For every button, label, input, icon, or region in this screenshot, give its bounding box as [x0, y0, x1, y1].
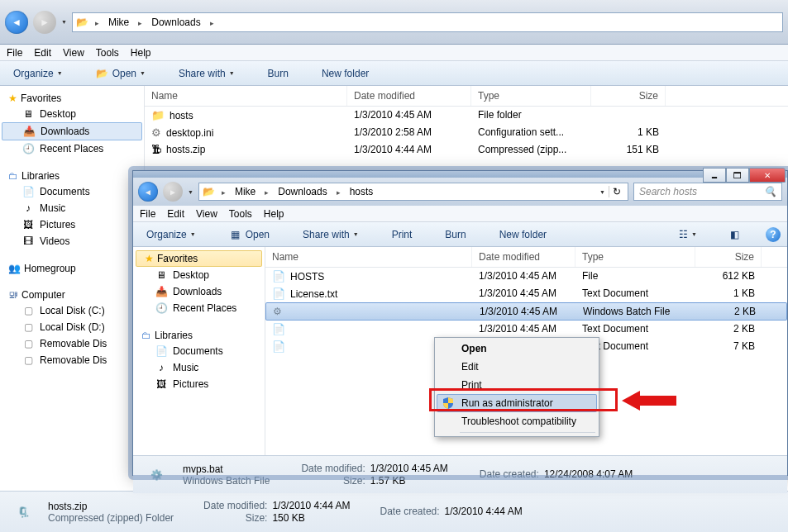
ctx-print[interactable]: Print [437, 376, 597, 394]
menu-help[interactable]: Help [131, 47, 151, 59]
col-type[interactable]: Type [575, 247, 695, 267]
nav-downloads[interactable]: 📥Downloads [2, 122, 142, 140]
nav-disk-d[interactable]: Local Disk (D:) [0, 319, 144, 335]
nav-computer[interactable]: 🖳Computer [0, 287, 144, 302]
share-with-button[interactable]: Share with ▼ [296, 226, 365, 244]
help-icon[interactable]: ? [766, 227, 781, 242]
nav-downloads[interactable]: 📥Downloads [133, 283, 265, 300]
nav-libraries[interactable]: 🗀Libraries [0, 169, 144, 183]
col-name[interactable]: Name [265, 247, 472, 267]
file-row[interactable]: desktop.ini1/3/2010 2:58 AMConfiguration… [145, 124, 788, 141]
print-button[interactable]: Print [385, 226, 419, 244]
file-date: 1/3/2010 4:45 AM [347, 107, 471, 124]
nav-removable-1[interactable]: Removable Dis [0, 335, 144, 352]
nav-forward-button[interactable]: ► [33, 11, 56, 34]
column-headers[interactable]: Name Date modified Type Size [145, 86, 788, 107]
nav-removable-2[interactable]: Removable Dis [0, 352, 144, 368]
ctx-run-as-administrator[interactable]: Run as administrator [437, 394, 597, 412]
menu-file[interactable]: File [7, 47, 22, 59]
nav-recent-places[interactable]: 🕘Recent Places [133, 300, 265, 316]
file-type-icon [272, 340, 285, 353]
nav-documents[interactable]: 📄Documents [0, 183, 144, 200]
share-with-button[interactable]: Share with ▼ [172, 64, 241, 83]
menu-tools[interactable]: Tools [229, 208, 252, 220]
file-row[interactable]: 1/3/2010 4:45 AMText Document2 KB [265, 321, 787, 338]
menu-help[interactable]: Help [264, 208, 284, 220]
burn-button[interactable]: Burn [261, 64, 295, 83]
col-date[interactable]: Date modified [472, 247, 575, 267]
file-row[interactable]: 1/3/2010 4:45 AMWindows Batch File2 KB [265, 302, 787, 321]
refresh-button[interactable]: ↻ [609, 186, 624, 197]
nav-music[interactable]: ♪Music [133, 359, 265, 376]
ctx-troubleshoot-compatibility[interactable]: Troubleshoot compatibility [437, 412, 597, 430]
nav-favorites[interactable]: ★Favorites [0, 91, 144, 106]
file-row[interactable]: License.txt1/3/2010 4:45 AMText Document… [265, 285, 787, 302]
nav-history-dropdown[interactable]: ▼ [188, 189, 193, 195]
maximize-button[interactable]: 🗖 [726, 168, 749, 183]
col-date[interactable]: Date modified [347, 86, 471, 106]
menu-tools[interactable]: Tools [96, 47, 119, 59]
col-name[interactable]: Name [145, 86, 347, 106]
ctx-edit[interactable]: Edit [437, 358, 597, 376]
nav-history-dropdown[interactable]: ▼ [61, 19, 67, 25]
nav-back-button[interactable]: ◄ [138, 182, 158, 202]
organize-button[interactable]: Organize ▼ [7, 64, 69, 83]
address-bar[interactable]: 📂 Mike Downloads hosts ▼ ↻ [198, 183, 628, 201]
menu-edit[interactable]: Edit [167, 208, 184, 220]
file-type-icon [151, 144, 161, 155]
breadcrumb[interactable]: Downloads [148, 17, 203, 28]
open-button[interactable]: 📂Open ▼ [89, 64, 152, 83]
new-folder-button[interactable]: New folder [493, 226, 553, 244]
music-icon: ♪ [21, 202, 35, 215]
nav-desktop[interactable]: 🖥Desktop [133, 267, 265, 283]
search-box[interactable]: Search hosts 🔍 [633, 183, 782, 201]
file-row[interactable]: hosts.zip1/3/2010 4:44 AMCompressed (zip… [145, 141, 788, 158]
documents-icon: 📄 [155, 344, 168, 358]
open-button[interactable]: ▦Open [222, 226, 276, 244]
disk-icon [21, 354, 35, 367]
address-dropdown[interactable]: ▼ [599, 189, 605, 195]
file-size: 1 KB [591, 124, 666, 141]
nav-videos[interactable]: 🎞Videos [0, 233, 144, 249]
nav-favorites[interactable]: ★Favorites [136, 250, 262, 267]
col-size[interactable]: Size [591, 86, 666, 106]
menu-edit[interactable]: Edit [34, 47, 51, 59]
nav-pictures[interactable]: 🖼Pictures [133, 376, 265, 392]
batch-file-icon: ⚙️ [141, 460, 171, 490]
breadcrumb[interactable]: Downloads [275, 186, 330, 197]
downloads-icon: 📥 [22, 125, 36, 138]
breadcrumb[interactable]: hosts [346, 186, 377, 197]
nav-disk-c[interactable]: Local Disk (C:) [0, 302, 144, 319]
nav-recent-places[interactable]: 🕘Recent Places [0, 140, 144, 157]
col-type[interactable]: Type [471, 86, 591, 106]
minimize-button[interactable]: 🗕 [703, 168, 726, 183]
organize-button[interactable]: Organize ▼ [140, 226, 203, 244]
view-options-button[interactable]: ☷ ▼ [672, 226, 704, 244]
new-folder-button[interactable]: New folder [315, 64, 375, 83]
breadcrumb[interactable]: Mike [232, 186, 259, 197]
nav-homegroup[interactable]: 👥Homegroup [0, 261, 144, 276]
nav-pictures[interactable]: 🖼Pictures [0, 216, 144, 233]
close-button[interactable]: ✕ [749, 168, 786, 183]
column-headers[interactable]: Name Date modified Type Size [265, 247, 787, 268]
nav-forward-button[interactable]: ► [163, 182, 183, 202]
col-size[interactable]: Size [695, 247, 762, 267]
menu-view[interactable]: View [63, 47, 84, 59]
preview-pane-button[interactable]: ◧ [724, 226, 746, 244]
nav-documents[interactable]: 📄Documents [133, 343, 265, 359]
menu-view[interactable]: View [196, 208, 217, 220]
desktop-icon: 🖥 [21, 107, 35, 121]
nav-desktop[interactable]: 🖥Desktop [0, 106, 144, 122]
file-size: 612 KB [695, 268, 762, 285]
nav-back-button[interactable]: ◄ [5, 11, 28, 34]
file-row[interactable]: hosts1/3/2010 4:45 AMFile folder [145, 107, 788, 124]
nav-libraries[interactable]: 🗀Libraries [133, 328, 265, 343]
file-row[interactable]: HOSTS1/3/2010 4:45 AMFile612 KB [265, 268, 787, 285]
ctx-open[interactable]: Open [437, 340, 597, 358]
address-bar[interactable]: 📂 Mike Downloads [72, 12, 783, 32]
burn-button[interactable]: Burn [438, 226, 472, 244]
file-type-icon [272, 323, 285, 335]
menu-file[interactable]: File [140, 208, 155, 220]
nav-music[interactable]: ♪Music [0, 200, 144, 216]
breadcrumb[interactable]: Mike [105, 17, 132, 28]
